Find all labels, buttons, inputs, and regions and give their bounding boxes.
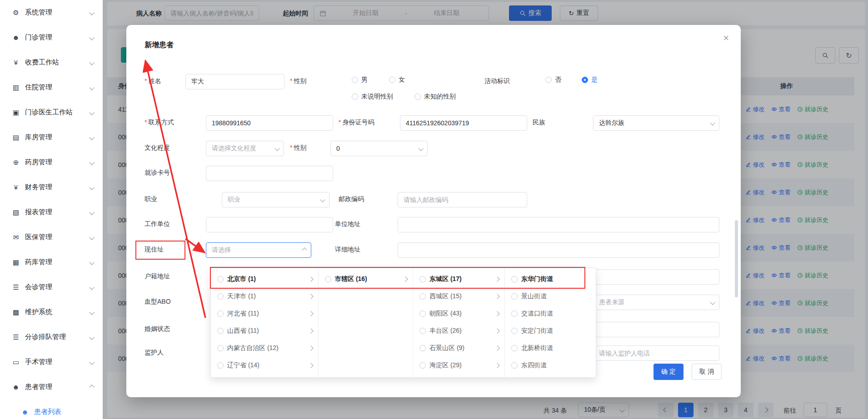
chevron-right-icon <box>494 328 499 333</box>
cascader-street-option[interactable]: 交道口街道 <box>505 305 596 322</box>
contact-input[interactable] <box>206 115 333 131</box>
education-select[interactable]: 请选择文化程度 <box>206 141 284 156</box>
cascader-district-option[interactable]: 石景山区 (9) <box>413 340 504 357</box>
patient-source-select[interactable]: 患者来源 <box>593 295 719 310</box>
cascader-district-option[interactable]: 东城区 (17) <box>413 271 504 288</box>
cascader-city-column: 市辖区 (16) <box>319 268 413 377</box>
sidebar-subitem-label: 患者列表 <box>34 408 61 416</box>
radio-icon <box>419 276 426 282</box>
cancel-button-label: 取 消 <box>699 368 714 376</box>
gear-icon: ⚙ <box>11 9 21 17</box>
radio-male[interactable]: 男 <box>352 76 368 84</box>
sidebar-item-label: 报表管理 <box>25 208 90 217</box>
active-flag-label: 活动标识 <box>484 77 510 85</box>
zip-input[interactable] <box>398 192 527 207</box>
cascader-province-option[interactable]: 山西省 (11) <box>211 322 318 340</box>
registered-address-right-input[interactable] <box>593 269 719 285</box>
cascader-street-option[interactable]: 安定门街道 <box>505 322 596 340</box>
sidebar-item-drug-storage[interactable]: ▦ 药库管理 <box>0 250 103 275</box>
education-placeholder: 请选择文化程度 <box>212 144 256 153</box>
unit-address-input[interactable] <box>398 217 719 232</box>
radio-gender-unspecified[interactable]: 未说明性别 <box>352 93 393 101</box>
ethnic-label: 民族 <box>533 118 545 127</box>
radio-icon <box>419 311 426 317</box>
bar-chart-icon: ▥ <box>11 84 21 92</box>
cascader-province-option[interactable]: 北京市 (1) <box>211 271 318 288</box>
gender-label: * 性别 <box>290 77 306 85</box>
cascader-province-option[interactable]: 内蒙古自治区 (12) <box>211 340 318 357</box>
sidebar-item-storeroom[interactable]: ▤ 库房管理 <box>0 125 103 150</box>
visit-card-input[interactable] <box>206 166 333 181</box>
chevron-down-icon <box>89 160 94 165</box>
sidebar-item-charging[interactable]: ¥ 收费工作站 <box>0 50 103 75</box>
radio-icon <box>511 293 518 300</box>
sidebar-item-finance[interactable]: ¥ 财务管理 <box>0 175 103 200</box>
name-input[interactable] <box>185 74 284 89</box>
education-label: 文化程度 <box>145 144 170 152</box>
cascader-street-option[interactable]: 北新桥街道 <box>505 340 596 357</box>
sidebar-item-surgery[interactable]: ▭ 手术管理 <box>0 350 103 375</box>
cascader-city-option[interactable]: 市辖区 (16) <box>319 271 413 288</box>
patient-source-placeholder: 患者来源 <box>599 298 624 306</box>
sidebar-item-patient[interactable]: ☻ 患者管理 <box>0 375 103 399</box>
radio-female[interactable]: 女 <box>389 76 405 84</box>
required-mark: * <box>145 118 147 127</box>
radio-icon <box>419 328 426 334</box>
sidebar-item-patient-list[interactable]: ☻ 患者列表 <box>0 399 103 419</box>
radio-gender-unknown[interactable]: 未知的性别 <box>414 93 456 101</box>
radio-active-no[interactable]: 否 <box>545 76 561 84</box>
radio-icon <box>217 293 224 300</box>
cascader-street-option[interactable]: 景山街道 <box>505 288 596 305</box>
detail-address-input[interactable] <box>398 242 719 258</box>
sidebar-item-reports[interactable]: ▧ 报表管理 <box>0 200 103 225</box>
modal-scrollbar[interactable] <box>735 220 738 297</box>
chevron-down-icon <box>710 300 715 305</box>
radio-active-yes[interactable]: 是 <box>582 76 598 84</box>
close-icon[interactable]: × <box>723 33 729 43</box>
cascader-option-label: 东城区 (17) <box>429 275 462 283</box>
confirm-button[interactable]: 确 定 <box>653 364 683 380</box>
cascader-province-option[interactable]: 辽宁省 (14) <box>211 357 318 374</box>
cascader-district-option[interactable]: 朝阳区 (43) <box>413 305 504 322</box>
ethnic-select[interactable]: 达斡尔族 <box>593 115 719 131</box>
work-unit-input[interactable] <box>206 217 333 232</box>
sidebar-item-outpatient[interactable]: ☻ 门诊管理 <box>0 25 103 50</box>
sidebar-item-pharmacy[interactable]: ⊕ 药房管理 <box>0 150 103 175</box>
visit-card-label: 就诊卡号 <box>145 169 170 177</box>
sidebar-item-consultation[interactable]: ☰ 会诊管理 <box>0 275 103 300</box>
guardian-phone-input[interactable] <box>593 345 719 361</box>
surgery-icon: ▭ <box>11 358 21 366</box>
cascader-province-option[interactable]: 天津市 (1) <box>211 288 318 305</box>
chevron-down-icon <box>89 285 94 290</box>
sidebar-item-insurance[interactable]: ✉ 医保管理 <box>0 225 103 250</box>
cascader-district-option[interactable]: 丰台区 (26) <box>413 322 504 340</box>
cascader-district-option[interactable]: 海淀区 (29) <box>413 357 504 374</box>
idcard-input[interactable] <box>400 115 527 131</box>
cascader-option-label: 东华门街道 <box>521 275 553 283</box>
cascader-district-option[interactable]: 西城区 (15) <box>413 288 504 305</box>
sidebar-item-maintenance[interactable]: ▩ 维护系统 <box>0 300 103 325</box>
patient-icon: ☻ <box>11 383 21 391</box>
cascader-street-option[interactable]: 东华门街道 <box>505 271 596 288</box>
sidebar-item-inpatient[interactable]: ▥ 住院管理 <box>0 75 103 100</box>
user-icon: ☻ <box>11 34 21 41</box>
sidebar-item-triage-queue[interactable]: ☰ 分诊排队管理 <box>0 325 103 350</box>
cascader-option-label: 海淀区 (29) <box>429 361 462 370</box>
radio-icon <box>419 345 426 351</box>
current-address-cascader[interactable]: 请选择 <box>206 242 311 258</box>
cancel-button[interactable]: 取 消 <box>692 364 722 380</box>
sidebar-item-outpatient-doctor[interactable]: ▣ 门诊医生工作站 <box>0 100 103 125</box>
sidebar-item-label: 财务管理 <box>25 183 90 192</box>
chevron-down-icon <box>89 135 94 140</box>
gender2-select[interactable]: 0 <box>330 141 428 156</box>
chevron-down-icon <box>89 310 94 315</box>
chevron-up-icon <box>302 247 307 252</box>
radio-icon <box>511 328 518 334</box>
add-patient-modal: 新增患者 × * 姓名 * 性别 男 女 未说明性别 未知的性别 活动标识 否 … <box>126 25 741 397</box>
marital-right-input[interactable] <box>593 322 719 337</box>
sidebar-item-system[interactable]: ⚙ 系统管理 <box>0 0 103 25</box>
cascader-street-option[interactable]: 东四街道 <box>505 357 596 374</box>
chevron-down-icon <box>320 197 325 202</box>
job-select[interactable]: 职业 <box>222 192 329 207</box>
cascader-province-option[interactable]: 河北省 (11) <box>211 305 318 322</box>
